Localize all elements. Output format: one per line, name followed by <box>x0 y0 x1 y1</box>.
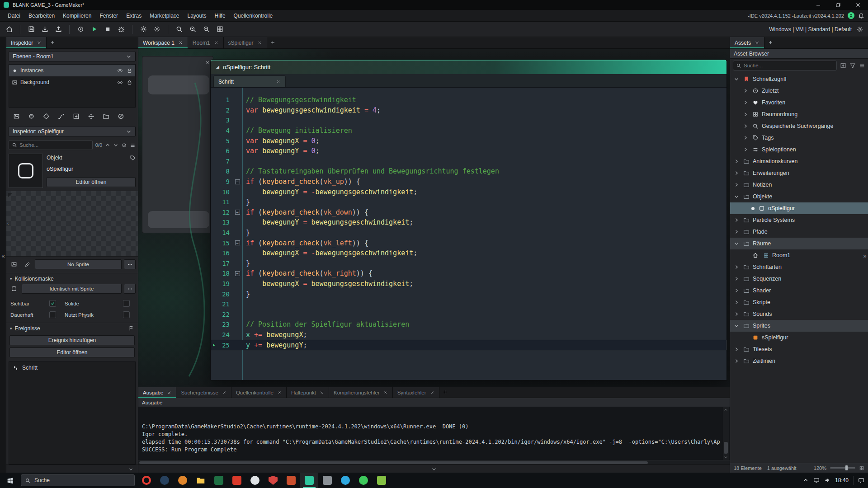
output-tab-quellenkontrolle[interactable]: Quellenkontrolle <box>231 387 287 398</box>
collision-section-header[interactable]: ▾ Kollisionsmaske <box>6 273 138 284</box>
workspace-tab-room1[interactable]: Room1 <box>188 37 224 48</box>
code-line-7[interactable]: 7 <box>211 156 726 167</box>
eye-icon[interactable] <box>117 67 123 74</box>
monitor-icon[interactable] <box>813 477 820 484</box>
taskbar-app-3[interactable] <box>174 473 192 488</box>
chevron-right-icon[interactable] <box>733 217 740 223</box>
export-button[interactable] <box>52 23 65 35</box>
inspector-search-input[interactable] <box>19 142 90 148</box>
notification-icon[interactable] <box>858 477 864 484</box>
code-line-20[interactable]: 20} <box>211 289 726 299</box>
events-section-header[interactable]: ▾ Ereignisse <box>6 323 138 333</box>
workspace-tab-workspace-1[interactable]: Workspace 1 <box>138 37 188 48</box>
output-tab-ausgabe[interactable]: Ausgabe <box>138 387 176 398</box>
chevron-right-icon[interactable] <box>733 347 740 352</box>
code-line-15[interactable]: 15−if (keyboard_check(vk_left)) { <box>211 238 726 248</box>
search-button[interactable] <box>173 23 185 35</box>
code-window-header[interactable]: ◢ oSpielfigur: Schritt <box>211 60 726 74</box>
close-icon[interactable] <box>167 390 171 395</box>
add-event-button[interactable]: Ereignis hinzufügen <box>9 335 135 345</box>
code-line-12[interactable]: 12−if (keyboard_check(vk_down)) { <box>211 207 726 218</box>
asset-tilesets[interactable]: Tilesets <box>730 343 868 355</box>
collapse-output-button[interactable] <box>138 465 730 473</box>
close-icon[interactable] <box>214 40 219 45</box>
menu-quellenkontrolle[interactable]: Quellenkontrolle <box>230 10 277 22</box>
event-item-schritt[interactable]: Schritt <box>9 362 135 374</box>
chevron-right-icon[interactable] <box>742 135 749 141</box>
chevron-right-icon[interactable] <box>742 112 749 117</box>
new-tab-button[interactable] <box>47 37 58 48</box>
folder-layer-button[interactable] <box>99 110 113 122</box>
minimize-button[interactable] <box>808 0 828 10</box>
asset-tags[interactable]: Tags <box>730 132 868 144</box>
gear-icon[interactable] <box>856 26 863 33</box>
chevron-right-icon[interactable] <box>733 276 740 282</box>
code-line-1[interactable]: 1// Bewegungsgeschwindigkeit <box>211 95 726 105</box>
code-line-25[interactable]: 25y += bewegungY; <box>211 340 726 350</box>
asset-notizen[interactable]: Notizen <box>730 179 868 191</box>
asset-r-ume[interactable]: Räume <box>730 238 868 249</box>
menu-marketplace[interactable]: Marketplace <box>146 10 183 22</box>
code-line-8[interactable]: 8// Tastatureingaben überprüfen und Bewe… <box>211 166 726 177</box>
inspector-search[interactable] <box>9 140 93 150</box>
code-line-18[interactable]: 18−if (keyboard_check(vk_right)) { <box>211 268 726 279</box>
close-icon[interactable] <box>37 40 42 45</box>
close-icon[interactable] <box>277 390 282 395</box>
taskbar-app-11[interactable] <box>318 473 336 488</box>
code-editor[interactable]: 1// Bewegungsgeschwindigkeit2var bewegun… <box>211 88 726 380</box>
close-icon[interactable] <box>205 59 210 66</box>
checkbox-solide[interactable] <box>123 300 130 307</box>
tab-schritt[interactable]: Schritt <box>213 75 286 87</box>
output-tab-haltepunkt[interactable]: Haltepunkt <box>287 387 329 398</box>
asset-particle-systems[interactable]: Particle Systems <box>730 214 868 226</box>
new-tab-button[interactable] <box>267 37 279 48</box>
output-tab-suchergebnisse[interactable]: Suchergebnisse <box>176 387 231 398</box>
sprite-field[interactable]: No Sprite <box>35 259 122 269</box>
menu-fenster[interactable]: Fenster <box>95 10 122 22</box>
output-console[interactable]: C:\ProgramData\GameMakerStudio2\Cache\ru… <box>138 407 730 460</box>
tiles-layer-button[interactable] <box>39 110 53 122</box>
asset-gespeicherte-suchvorg-nge[interactable]: Gespeicherte Suchvorgänge <box>730 120 868 132</box>
fold-toggle-icon[interactable]: − <box>233 210 241 215</box>
bell-icon[interactable] <box>858 12 864 19</box>
chevron-right-icon[interactable] <box>733 358 740 364</box>
taskbar-app-6[interactable] <box>228 473 246 488</box>
gear-button[interactable] <box>151 23 163 35</box>
homegrid-button[interactable] <box>213 23 226 35</box>
layers-dropdown[interactable]: Ebenen - Room1 <box>9 51 136 62</box>
target-button[interactable] <box>74 23 87 35</box>
asset-animationskurven[interactable]: Animationskurven <box>730 155 868 167</box>
lock-icon[interactable] <box>127 67 132 74</box>
code-line-14[interactable]: 14} <box>211 228 726 238</box>
more-options-button[interactable] <box>124 284 136 294</box>
chevron-right-icon[interactable] <box>742 147 749 152</box>
bug-button[interactable] <box>115 23 127 35</box>
gear-button[interactable] <box>137 23 150 35</box>
sphere-layer-button[interactable] <box>24 110 38 122</box>
flag-icon[interactable] <box>128 325 134 331</box>
taskbar-app-5[interactable] <box>210 473 228 488</box>
mask-icon[interactable] <box>9 284 19 294</box>
close-icon[interactable] <box>755 40 760 45</box>
taskbar-app-10[interactable] <box>300 473 318 488</box>
layout-presets[interactable]: Windows | VM | Standard | Default <box>769 26 852 33</box>
asset-objekte[interactable]: Objekte <box>730 191 868 202</box>
taskbar-app-14[interactable] <box>373 473 391 488</box>
plus-square-layer-button[interactable] <box>69 110 83 122</box>
code-line-21[interactable]: 21 <box>211 299 726 310</box>
close-icon[interactable] <box>320 390 324 395</box>
scrollbar-thumb[interactable] <box>724 442 728 454</box>
asset-zuletzt[interactable]: Zuletzt <box>730 85 868 97</box>
fold-toggle-icon[interactable]: − <box>233 240 241 245</box>
floppy-button[interactable] <box>25 23 38 35</box>
image-layer-button[interactable] <box>9 110 24 122</box>
code-line-3[interactable]: 3 <box>211 115 726 126</box>
chevron-right-icon[interactable] <box>742 100 749 105</box>
collapse-right-panel[interactable]: » <box>862 253 868 259</box>
zoom-out-button[interactable] <box>200 23 212 35</box>
code-line-2[interactable]: 2var bewegungsgeschwindigkeit = 4; <box>211 105 726 116</box>
chevron-right-icon[interactable] <box>733 300 740 305</box>
asset-ospielfigur[interactable]: oSpielfigur <box>730 202 868 214</box>
code-line-5[interactable]: 5var bewegungX = 0; <box>211 136 726 146</box>
chevron-right-icon[interactable] <box>733 311 740 317</box>
